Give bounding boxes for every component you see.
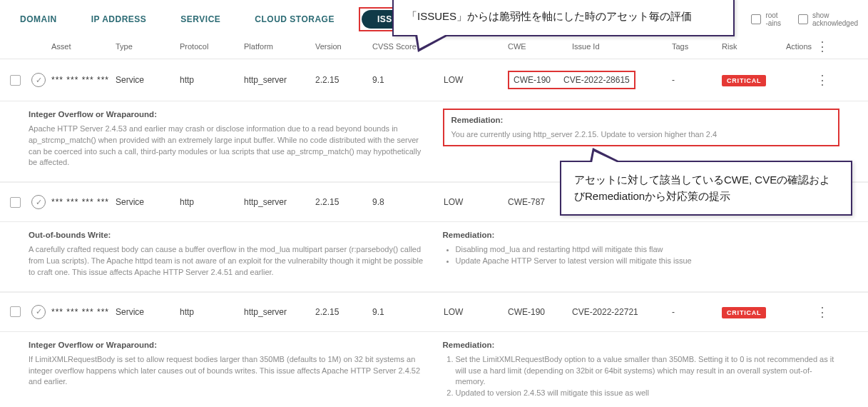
cell-cvss: 9.8 <box>372 197 444 207</box>
detail-body: Apache HTTP Server 2.4.53 and earlier ma… <box>29 124 426 169</box>
cell-version: 2.2.15 <box>315 75 372 85</box>
cell-platform: http_server <box>244 197 315 207</box>
remediation-body: You are currently using http_server 2.2.… <box>451 129 832 141</box>
row-expanded: Integer Overflow or Wraparound: If Limit… <box>0 332 868 407</box>
cell-severity: LOW <box>444 197 508 207</box>
remediation-item: Disabling mod_lua and restarting httpd w… <box>456 244 840 256</box>
detail-title: Out-of-bounds Write: <box>29 229 426 241</box>
detail-body: A carefully crafted request body can cau… <box>29 244 426 278</box>
remediation-item: Updated to version 2.4.53 will mitigate … <box>456 388 840 399</box>
annotation-callout-bottom: アセットに対して該当しているCWE, CVEの確認およびRemediationか… <box>560 161 852 216</box>
show-acknowledged-toggle[interactable]: show acknowledged <box>798 11 858 27</box>
detail-title: Integer Overflow or Wraparound: <box>29 339 426 351</box>
table-row[interactable]: *** *** *** *** Service http http_server… <box>0 293 868 332</box>
risk-badge: CRITICAL <box>722 307 766 318</box>
cell-asset: *** *** *** *** <box>51 197 116 207</box>
col-platform[interactable]: Platform <box>244 42 315 51</box>
cell-version: 2.2.15 <box>315 197 372 207</box>
cell-platform: http_server <box>244 307 315 317</box>
cell-issueid: CVE-2022-28615 <box>563 75 630 85</box>
remediation-highlight: Remediation: You are currently using htt… <box>443 109 840 146</box>
cell-issueid: CVE-2022-22721 <box>572 307 672 317</box>
remediation-item: Set the LimitXMLRequestBody option to a … <box>456 354 840 388</box>
cell-cvss: 9.1 <box>372 307 444 317</box>
cell-version: 2.2.15 <box>315 307 372 317</box>
show-line2: acknowledged <box>812 19 858 27</box>
cell-cwe: CWE-190 <box>508 307 572 317</box>
row-actions-kebab-icon[interactable]: ⋮ <box>786 72 829 88</box>
row-checkbox[interactable] <box>10 197 21 208</box>
tab-ip-address[interactable]: IP ADDRESS <box>81 10 157 29</box>
row-checkbox[interactable] <box>10 75 21 86</box>
row-expanded: Out-of-bounds Write: A carefully crafted… <box>0 222 868 291</box>
cell-cvss: 9.1 <box>372 75 444 85</box>
col-cwe[interactable]: CWE <box>508 42 572 51</box>
cell-protocol: http <box>180 307 244 317</box>
cell-asset: *** *** *** *** <box>51 307 116 317</box>
checkbox-icon[interactable] <box>798 14 808 24</box>
row-actions-kebab-icon[interactable]: ⋮ <box>786 304 829 320</box>
col-version[interactable]: Version <box>315 42 372 51</box>
detail-body: If LimitXMLRequestBody is set to allow r… <box>29 354 426 388</box>
col-type[interactable]: Type <box>116 42 180 51</box>
cell-type: Service <box>116 197 180 207</box>
annotation-callout-top: 「ISSUES」からは脆弱性を軸にした時のアセット毎の評価 <box>392 0 735 36</box>
cell-severity: LOW <box>444 75 508 85</box>
kebab-icon[interactable]: ⋮ <box>816 39 829 54</box>
cell-protocol: http <box>180 75 244 85</box>
root-line1: root <box>765 11 781 19</box>
tab-domain[interactable]: DOMAIN <box>10 10 67 29</box>
row-checkbox[interactable] <box>10 306 21 317</box>
remediation-title: Remediation: <box>443 229 840 241</box>
col-actions[interactable]: Actions <box>786 42 812 51</box>
risk-badge: CRITICAL <box>722 75 766 86</box>
remediation-title: Remediation: <box>451 114 832 126</box>
col-issueid[interactable]: Issue Id <box>572 42 672 51</box>
checkbox-icon[interactable] <box>751 14 761 24</box>
remediation-title: Remediation: <box>443 339 840 351</box>
remediation-item: Update Apache HTTP Server to latest vers… <box>456 256 840 267</box>
cell-type: Service <box>116 75 180 85</box>
cell-tags: - <box>672 307 722 317</box>
callout-text: 「ISSUES」からは脆弱性を軸にした時のアセット毎の評価 <box>407 10 692 22</box>
callout-text: アセットに対して該当しているCWE, CVEの確認およびRemediationか… <box>574 174 830 202</box>
cell-severity: LOW <box>444 307 508 317</box>
root-line2: -ains <box>765 19 781 27</box>
col-asset[interactable]: Asset <box>51 42 116 51</box>
status-icon[interactable] <box>31 73 46 87</box>
cell-platform: http_server <box>244 75 315 85</box>
remediation-list: Disabling mod_lua and restarting httpd w… <box>443 244 840 267</box>
root-toggle[interactable]: root -ains <box>751 11 781 27</box>
tab-service[interactable]: SERVICE <box>170 10 230 29</box>
cell-cwe: CWE-190 <box>514 75 551 85</box>
cwe-cve-highlight: CWE-190 CVE-2022-28615 <box>508 71 635 89</box>
cell-tags: - <box>672 75 722 85</box>
col-risk[interactable]: Risk <box>722 42 786 51</box>
status-icon[interactable] <box>31 305 46 319</box>
tab-cloud-storage[interactable]: CLOUD STORAGE <box>245 10 344 29</box>
status-icon[interactable] <box>31 195 46 209</box>
top-right-controls: root -ains show acknowledged <box>751 11 858 27</box>
cell-protocol: http <box>180 197 244 207</box>
col-tags[interactable]: Tags <box>672 42 722 51</box>
col-protocol[interactable]: Protocol <box>180 42 244 51</box>
remediation-list: Set the LimitXMLRequestBody option to a … <box>443 354 840 400</box>
show-line1: show <box>812 11 858 19</box>
table-row[interactable]: *** *** *** *** Service http http_server… <box>0 59 868 101</box>
cell-asset: *** *** *** *** <box>51 75 116 85</box>
detail-title: Integer Overflow or Wraparound: <box>29 109 426 121</box>
cell-type: Service <box>116 307 180 317</box>
